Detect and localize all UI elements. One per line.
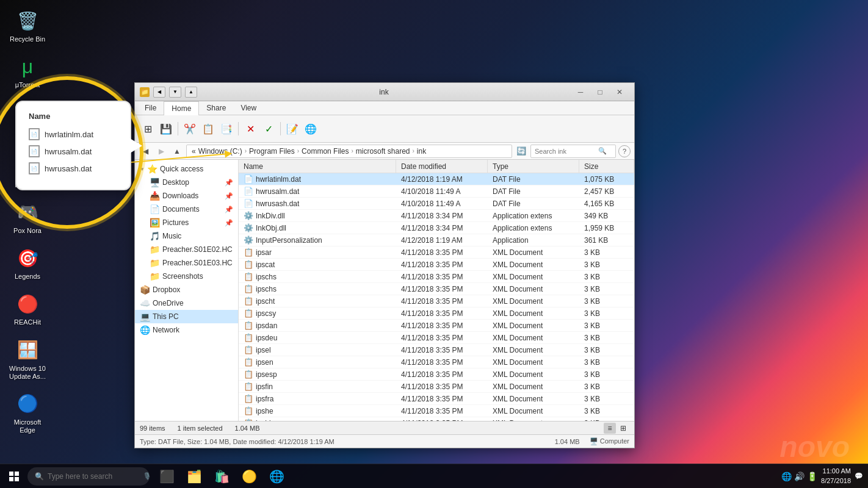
tab-view[interactable]: View xyxy=(233,101,264,115)
nav-item-dropbox[interactable]: 📦 Dropbox xyxy=(135,283,238,296)
network-nav-icon: 🌐 xyxy=(140,325,150,335)
view-layout-btn[interactable]: ⊞ xyxy=(140,121,156,137)
taskbar-clock[interactable]: 11:00 AM 8/27/2018 xyxy=(821,467,851,486)
taskbar-search-box[interactable]: 🔍 🎙️ xyxy=(27,467,150,486)
taskbar-chrome-app[interactable]: 🌐 xyxy=(264,465,289,487)
nav-item-pictures[interactable]: 🖼️ Pictures 📌 xyxy=(135,216,238,229)
save-btn[interactable]: 💾 xyxy=(158,121,174,137)
file-type-icon: 📋 xyxy=(244,260,253,269)
file-row[interactable]: ⚙️ InputPersonalization 4/12/2018 1:19 A… xyxy=(239,234,634,246)
up-btn[interactable]: ▲ xyxy=(170,145,184,158)
desktop-icon-recycle-bin[interactable]: 🗑️ Recycle Bin xyxy=(6,6,49,46)
globe-btn[interactable]: 🌐 xyxy=(303,121,319,137)
file-size-cell: 3 KB xyxy=(579,356,634,368)
search-input[interactable] xyxy=(535,148,596,155)
file-row[interactable]: 📄 hwrusalm.dat 4/10/2018 11:49 A DAT Fil… xyxy=(239,185,634,198)
nav-item-onedrive[interactable]: ☁️ OneDrive xyxy=(135,296,238,310)
nav-item-downloads[interactable]: 📥 Downloads 📌 xyxy=(135,189,238,203)
edge-label: Microsoft Edge xyxy=(9,418,46,434)
col-header-size[interactable]: Size xyxy=(579,160,634,173)
tray-battery-icon[interactable]: 🔋 xyxy=(807,472,817,481)
file-row[interactable]: 📋 ipsel 4/11/2018 3:35 PM XML Document 3… xyxy=(239,344,634,356)
file-row[interactable]: 📋 ipsfin 4/11/2018 3:35 PM XML Document … xyxy=(239,381,634,393)
file-row[interactable]: ⚙️ InkDiv.dll 4/11/2018 3:34 PM Applicat… xyxy=(239,210,634,222)
notification-icon[interactable]: 💬 xyxy=(855,472,863,480)
address-path[interactable]: « Windows (C:) › Program Files › Common … xyxy=(186,145,512,158)
file-row[interactable]: 📋 ipsar 4/11/2018 3:35 PM XML Document 3… xyxy=(239,246,634,259)
close-button[interactable]: ✕ xyxy=(610,83,629,101)
tray-network-icon[interactable]: 🌐 xyxy=(781,472,792,481)
desktop-icon-utorrent[interactable]: μ μTorrent xyxy=(6,52,49,92)
file-row[interactable]: ⚙️ InkObj.dll 4/11/2018 3:34 PM Applicat… xyxy=(239,222,634,234)
file-row[interactable]: 📋 ipscht 4/11/2018 3:35 PM XML Document … xyxy=(239,295,634,307)
file-row[interactable]: 📋 ipsen 4/11/2018 3:35 PM XML Document 3… xyxy=(239,356,634,368)
file-row[interactable]: 📄 hwrusash.dat 4/10/2018 11:49 A DAT Fil… xyxy=(239,198,634,210)
nav-item-music[interactable]: 🎵 Music xyxy=(135,229,238,243)
file-row[interactable]: 📋 ipsdeu 4/11/2018 3:35 PM XML Document … xyxy=(239,332,634,344)
nav-item-desktop[interactable]: 🖥️ Desktop 📌 xyxy=(135,176,238,189)
tray-volume-icon[interactable]: 🔊 xyxy=(794,472,805,481)
nav-item-quick-access[interactable]: ▼ ⭐ Quick access xyxy=(135,162,238,176)
taskbar-vlc[interactable]: 🟡 xyxy=(237,465,262,487)
maximize-button[interactable]: □ xyxy=(590,83,610,101)
refresh-btn[interactable]: 🔄 xyxy=(515,145,528,158)
col-header-type[interactable]: Type xyxy=(488,160,579,173)
file-row[interactable]: 📋 ipschs 4/11/2018 3:35 PM XML Document … xyxy=(239,271,634,283)
taskbar-store[interactable]: 🛍️ xyxy=(209,465,234,487)
icons-view-btn[interactable]: ⊞ xyxy=(617,423,629,434)
forward-btn[interactable]: ▶ xyxy=(154,145,168,158)
details-view-btn[interactable]: ≡ xyxy=(604,423,616,434)
nav-item-screenshots[interactable]: 📁 Screenshots xyxy=(135,270,238,283)
file-row[interactable]: 📄 hwrlatinlm.dat 4/12/2018 1:19 AM DAT F… xyxy=(239,173,634,185)
check-btn[interactable]: ✓ xyxy=(261,121,277,137)
file-type-cell: XML Document xyxy=(488,320,579,331)
file-row[interactable]: 📋 ipschs 4/11/2018 3:35 PM XML Document … xyxy=(239,283,634,295)
file-row[interactable]: 📋 ipsfra 4/11/2018 3:35 PM XML Document … xyxy=(239,393,634,405)
file-size-cell: 361 KB xyxy=(579,234,634,246)
cut-btn[interactable]: ✂️ xyxy=(182,121,198,137)
desktop-icon-legends[interactable]: 🎯 Legends xyxy=(6,243,49,283)
desktop-icon-edge[interactable]: 🔵 Microsoft Edge xyxy=(6,389,49,437)
rename-btn[interactable]: 📝 xyxy=(284,121,300,137)
taskbar-task-view[interactable]: ⬛ xyxy=(154,465,179,487)
file-row[interactable]: 📋 ipsdan 4/11/2018 3:35 PM XML Document … xyxy=(239,320,634,332)
tab-file[interactable]: File xyxy=(137,101,164,115)
paste-btn[interactable]: 📑 xyxy=(219,121,234,137)
file-row[interactable]: 📋 ipshe 4/11/2018 3:35 PM XML Document 3… xyxy=(239,405,634,417)
quick-access-icon: ⭐ xyxy=(147,164,157,174)
tab-home[interactable]: Home xyxy=(164,101,199,115)
nav-item-thispc[interactable]: 💻 This PC xyxy=(135,310,238,323)
help-btn[interactable]: ? xyxy=(618,145,631,157)
nav-item-preacher1[interactable]: 📁 Preacher.S01E02.HC xyxy=(135,243,238,256)
taskbar-search-input[interactable] xyxy=(48,472,139,481)
quick-access-btn-3[interactable]: ▲ xyxy=(185,87,197,98)
nav-item-preacher2[interactable]: 📁 Preacher.S01E03.HC xyxy=(135,256,238,270)
file-type-cell: Application xyxy=(488,234,579,246)
tab-share[interactable]: Share xyxy=(199,101,233,115)
file-type-cell: XML Document xyxy=(488,307,579,319)
pictures-nav-icon: 🖼️ xyxy=(150,218,160,228)
quick-access-btn-1[interactable]: ◀ xyxy=(153,87,165,98)
nav-item-network[interactable]: 🌐 Network xyxy=(135,323,238,337)
downloads-nav-icon: 📥 xyxy=(150,191,160,201)
desktop-icon-windows10[interactable]: 🪟 Windows 10 Update As... xyxy=(6,336,49,383)
file-type-cell: XML Document xyxy=(488,271,579,282)
file-size-cell: 1,075 KB xyxy=(579,173,634,185)
desktop-icon-reachit[interactable]: 🔴 REACHit xyxy=(6,289,49,329)
nav-item-documents[interactable]: 📄 Documents 📌 xyxy=(135,203,238,216)
quick-access-btn-2[interactable]: ▼ xyxy=(169,87,181,98)
copy-btn[interactable]: 📋 xyxy=(200,121,216,137)
pin-icon-downloads: 📌 xyxy=(225,192,233,200)
file-row[interactable]: 📋 ipsesp 4/11/2018 3:35 PM XML Document … xyxy=(239,368,634,381)
desktop-icon-pox-nora[interactable]: 🎮 Pox Nora xyxy=(6,198,49,237)
col-header-date[interactable]: Date modified xyxy=(396,160,488,173)
delete-btn[interactable]: ✕ xyxy=(242,121,258,137)
file-type-icon: 📋 xyxy=(244,333,253,342)
col-header-name[interactable]: Name xyxy=(239,160,396,173)
taskbar-file-explorer[interactable]: 🗂️ xyxy=(182,465,207,487)
start-button[interactable] xyxy=(0,464,27,489)
search-box[interactable]: 🔍 xyxy=(530,145,616,158)
file-row[interactable]: 📋 ipscsy 4/11/2018 3:35 PM XML Document … xyxy=(239,307,634,320)
file-row[interactable]: 📋 ipscat 4/11/2018 3:35 PM XML Document … xyxy=(239,259,634,271)
minimize-button[interactable]: ─ xyxy=(571,83,590,101)
